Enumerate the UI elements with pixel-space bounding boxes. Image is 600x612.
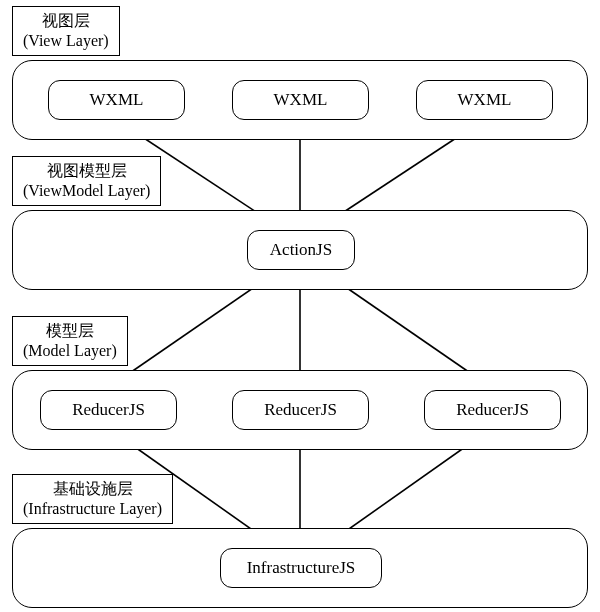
node-reducer-2-label: ReducerJS <box>264 400 337 420</box>
node-reducer-3-label: ReducerJS <box>456 400 529 420</box>
node-reducer-1: ReducerJS <box>40 390 177 430</box>
layer-model-label: 模型层 (Model Layer) <box>12 316 128 366</box>
layer-viewmodel-title-en: (ViewModel Layer) <box>23 181 150 201</box>
layer-infra-title-cn: 基础设施层 <box>23 479 162 499</box>
node-reducer-3: ReducerJS <box>424 390 561 430</box>
layer-view-label: 视图层 (View Layer) <box>12 6 120 56</box>
node-wxml-1-label: WXML <box>90 90 144 110</box>
node-wxml-3-label: WXML <box>458 90 512 110</box>
node-wxml-2-label: WXML <box>274 90 328 110</box>
layer-model-title-cn: 模型层 <box>23 321 117 341</box>
layer-viewmodel-label: 视图模型层 (ViewModel Layer) <box>12 156 161 206</box>
node-wxml-3: WXML <box>416 80 553 120</box>
node-reducer-1-label: ReducerJS <box>72 400 145 420</box>
node-actionjs: ActionJS <box>247 230 355 270</box>
layer-view-title-en: (View Layer) <box>23 31 109 51</box>
layer-view-title-cn: 视图层 <box>23 11 109 31</box>
layer-infra-title-en: (Infrastructure Layer) <box>23 499 162 519</box>
node-reducer-2: ReducerJS <box>232 390 369 430</box>
node-actionjs-label: ActionJS <box>270 240 332 260</box>
layer-model-title-en: (Model Layer) <box>23 341 117 361</box>
node-infrastructurejs: InfrastructureJS <box>220 548 382 588</box>
layer-infra-label: 基础设施层 (Infrastructure Layer) <box>12 474 173 524</box>
node-infrastructurejs-label: InfrastructureJS <box>247 558 356 578</box>
layer-viewmodel-title-cn: 视图模型层 <box>23 161 150 181</box>
node-wxml-2: WXML <box>232 80 369 120</box>
node-wxml-1: WXML <box>48 80 185 120</box>
